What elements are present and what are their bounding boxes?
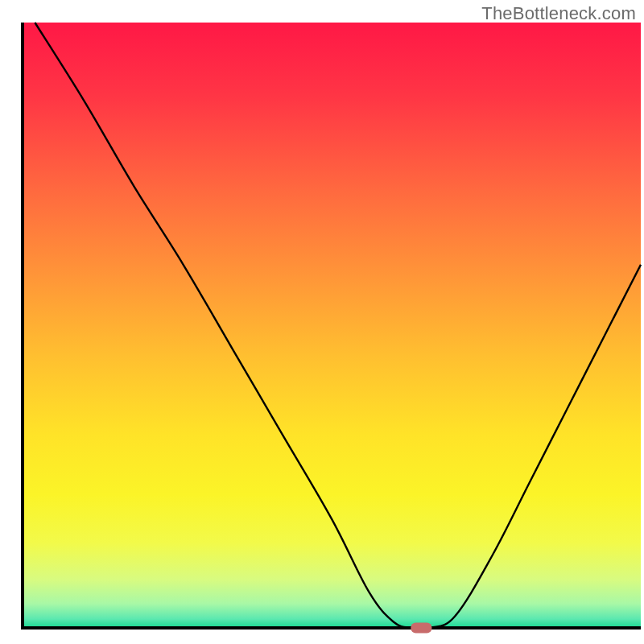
plot-background bbox=[23, 23, 641, 628]
watermark-text: TheBottleneck.com bbox=[481, 3, 636, 24]
optimal-marker bbox=[411, 623, 431, 634]
chart-svg bbox=[0, 0, 644, 644]
bottleneck-chart: TheBottleneck.com bbox=[0, 0, 644, 644]
